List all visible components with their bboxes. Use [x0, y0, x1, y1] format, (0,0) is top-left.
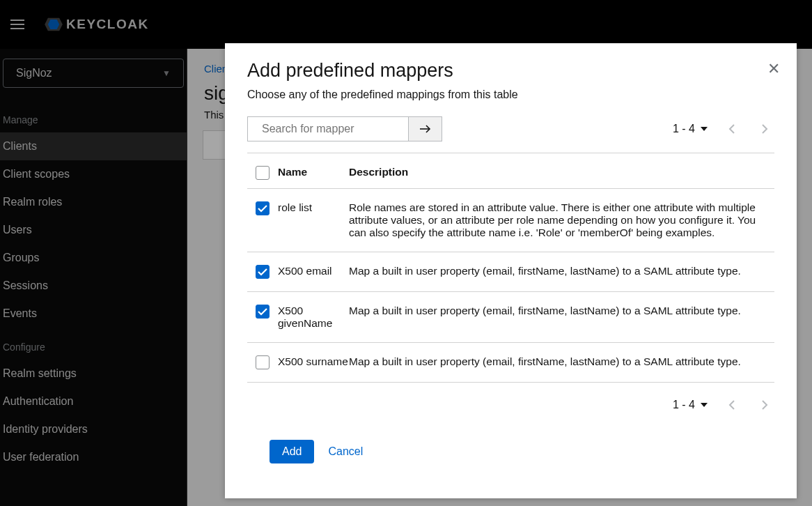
search-submit-button[interactable]	[409, 116, 442, 141]
page-range-selector[interactable]: 1 - 4	[673, 123, 708, 135]
page-range-label: 1 - 4	[673, 399, 695, 411]
mapper-name: role list	[278, 201, 349, 239]
mapper-description: Map a built in user property (email, fir…	[349, 305, 774, 330]
caret-down-icon	[701, 125, 708, 132]
table-row: X500 surnameMap a built in user property…	[247, 343, 774, 383]
mapper-name: X500 givenName	[278, 305, 349, 330]
chevron-right-icon	[762, 124, 768, 134]
row-checkbox[interactable]	[256, 355, 270, 369]
close-icon[interactable]: ✕	[767, 60, 780, 78]
svg-marker-5	[701, 127, 708, 131]
mapper-search-input[interactable]	[262, 123, 401, 135]
mapper-description: Role names are stored in an attribute va…	[349, 201, 774, 239]
table-row: X500 givenNameMap a built in user proper…	[247, 292, 774, 343]
page-prev-button[interactable]	[721, 119, 741, 139]
arrow-right-icon	[420, 125, 431, 133]
row-checkbox[interactable]	[256, 201, 270, 215]
row-checkbox[interactable]	[256, 305, 270, 319]
svg-marker-6	[701, 403, 708, 407]
caret-down-icon	[701, 401, 708, 408]
page-next-button[interactable]	[755, 119, 774, 139]
mapper-description: Map a built in user property (email, fir…	[349, 265, 774, 279]
mapper-table: Name Description role listRole names are…	[247, 153, 774, 383]
cancel-button[interactable]: Cancel	[328, 445, 363, 458]
dialog-description: Choose any of the predefined mappings fr…	[247, 89, 774, 101]
page-next-button-bottom[interactable]	[755, 395, 774, 415]
select-all-checkbox[interactable]	[256, 166, 270, 180]
row-checkbox[interactable]	[256, 265, 270, 279]
add-button[interactable]: Add	[270, 440, 314, 463]
mapper-name: X500 email	[278, 265, 349, 279]
column-header-name: Name	[278, 166, 349, 180]
page-range-label: 1 - 4	[673, 123, 695, 135]
chevron-left-icon	[728, 124, 735, 134]
table-row: role listRole names are stored in an att…	[247, 189, 774, 252]
column-header-description: Description	[349, 166, 774, 180]
mapper-description: Map a built in user property (email, fir…	[349, 355, 774, 369]
mapper-name: X500 surname	[278, 355, 349, 369]
chevron-left-icon	[728, 400, 735, 410]
dialog-title: Add predefined mappers	[247, 60, 774, 82]
page-range-selector-bottom[interactable]: 1 - 4	[673, 399, 708, 411]
add-predefined-mappers-dialog: Add predefined mappers Choose any of the…	[225, 43, 797, 498]
table-row: X500 emailMap a built in user property (…	[247, 252, 774, 292]
page-prev-button-bottom[interactable]	[721, 395, 741, 415]
chevron-right-icon	[762, 400, 768, 410]
mapper-search-wrapper	[247, 116, 409, 141]
